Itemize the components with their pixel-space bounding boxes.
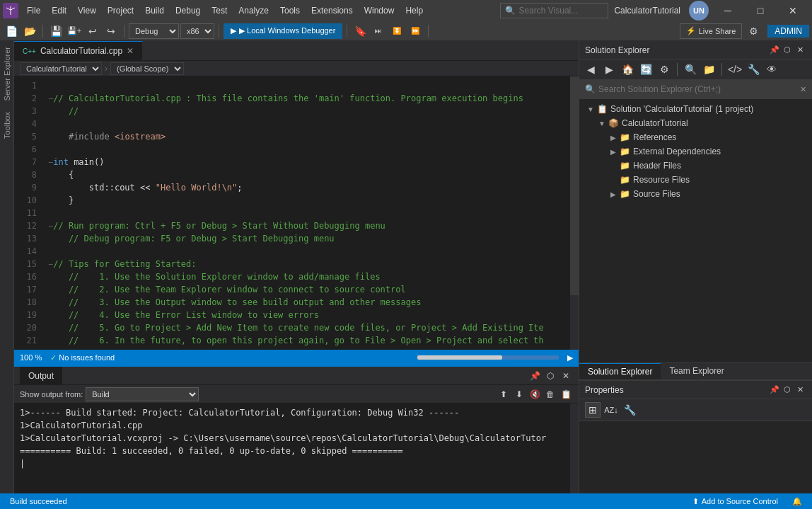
redo-btn[interactable]: ↪ [103,23,120,40]
notification-btn[interactable]: 🔔 [788,497,806,506]
se-preview-btn[interactable]: 👁 [763,61,780,78]
se-refresh-btn[interactable]: 🔄 [637,61,654,78]
se-tab-bar: Solution Explorer Team Explorer [579,362,812,380]
menu-project[interactable]: Project [102,3,139,18]
output-source-select[interactable]: Build [86,387,199,401]
se-back-btn[interactable]: ◀ [582,61,599,78]
project-label: CalculatorTutorial [622,118,688,128]
editor-scrollbar[interactable] [570,76,579,350]
se-search-clear[interactable]: ✕ [800,85,806,94]
se-code-btn[interactable]: </> [726,61,743,78]
solution-label: Solution 'CalculatorTutorial' (1 project… [610,104,753,114]
play-button[interactable]: ▶ ▶ Local Windows Debugger [224,23,342,39]
toolbar-sep-5 [428,25,429,38]
sidebar-tab-server-explorer[interactable]: Server Explorer [0,41,13,106]
se-forward-btn[interactable]: ▶ [601,61,617,78]
se-collapse-btn[interactable]: 📁 [700,61,717,78]
tree-references[interactable]: ▶ 📁 References [579,130,812,144]
output-tab[interactable]: Output [20,367,62,385]
tree-source-files[interactable]: ▶ 📁 Source Files [579,187,812,201]
tree-header-files[interactable]: ▶ 📁 Header Files [579,159,812,173]
output-toolbar-btn-4[interactable]: 🗑 [543,387,557,401]
project-icon: 📦 [608,118,619,129]
search-input[interactable] [518,6,603,16]
new-project-btn[interactable]: 📄 [3,23,20,40]
scope-selector[interactable]: (Global Scope) [110,62,184,75]
se-float-btn[interactable]: ⬡ [781,44,794,57]
output-toolbar-btn-1[interactable]: ⬆ [497,387,511,401]
menu-file[interactable]: File [21,3,46,18]
tree-external-deps[interactable]: ▶ 📁 External Dependencies [579,144,812,159]
config-select[interactable]: Debug Release [129,23,179,39]
menu-analyze[interactable]: Analyze [233,3,274,18]
menu-tools[interactable]: Tools [274,3,306,18]
save-btn[interactable]: 💾 [47,23,64,40]
menu-help[interactable]: Help [400,3,429,18]
code-content[interactable]: −// CalculatorTutorial.cpp : This file c… [42,76,570,350]
show-output-label: Show output from: [20,390,83,399]
left-sidebar: Server Explorer Toolbox [0,41,14,493]
menu-window[interactable]: Window [359,3,400,18]
close-button[interactable]: ✕ [777,0,809,21]
menu-build[interactable]: Build [139,3,170,18]
output-toolbar-btn-3[interactable]: 🔇 [528,387,542,401]
tree-solution[interactable]: ▼ 📋 Solution 'CalculatorTutorial' (1 pro… [579,102,812,116]
zoom-level[interactable]: 100 % [20,353,42,362]
se-settings-btn[interactable]: ⚙ [656,61,673,78]
maximize-button[interactable]: □ [744,0,777,21]
platform-select[interactable]: x86 x64 [180,23,214,39]
breadcrumb-bar: CalculatorTutorial › (Global Scope) [14,61,579,76]
admin-button[interactable]: ADMIN [767,25,809,38]
se-tab-team-explorer[interactable]: Team Explorer [661,363,732,379]
live-share-button[interactable]: ⚡ Live Share [680,23,743,39]
bookmark-btn[interactable]: 🔖 [352,23,369,40]
toolbar-sep-4 [347,25,347,38]
ext-deps-label: External Dependencies [633,147,721,156]
se-pin-btn[interactable]: 📌 [768,44,781,57]
se-filter-btn[interactable]: 🔍 [682,61,699,78]
file-selector[interactable]: CalculatorTutorial [20,62,102,75]
source-control-icon: ⬆ [692,497,699,506]
props-float-btn[interactable]: ⬡ [781,384,794,396]
undo-btn[interactable]: ↩ [84,23,101,40]
tree-project[interactable]: ▼ 📦 CalculatorTutorial [579,116,812,130]
settings-btn[interactable]: ⚙ [745,23,762,40]
output-scrollbar[interactable] [570,404,579,493]
debug-btn-2[interactable]: ⏬ [388,23,405,40]
sidebar-tab-toolbox[interactable]: Toolbox [0,106,13,144]
source-control-btn[interactable]: ⬆ Add to Source Control [688,497,782,506]
output-content[interactable]: 1>------ Build started: Project: Calcula… [14,404,579,493]
scroll-right-btn[interactable]: ▶ [567,353,573,362]
props-categorized-btn[interactable]: ⊞ [585,402,601,418]
se-search-input[interactable] [598,81,800,97]
se-tab-solution-explorer[interactable]: Solution Explorer [579,363,661,379]
open-btn[interactable]: 📂 [21,23,38,40]
menu-edit[interactable]: Edit [46,3,72,18]
menu-debug[interactable]: Debug [170,3,206,18]
output-toolbar-btn-2[interactable]: ⬇ [512,387,526,401]
editor-tab-main[interactable]: C++ CalculatorTutorial.cpp ✕ [14,41,143,61]
panel-float-btn[interactable]: ⬡ [543,369,557,383]
se-close-btn[interactable]: ✕ [794,44,806,57]
menu-view[interactable]: View [72,3,102,18]
bottom-panel: Output 📌 ⬡ ✕ Show output from: Build ⬆ ⬇… [14,365,579,493]
panel-close-btn[interactable]: ✕ [559,369,573,383]
toolbar-sep-1 [42,25,43,38]
save-all-btn[interactable]: 💾+ [66,23,83,40]
props-close-btn[interactable]: ✕ [794,384,806,396]
minimize-button[interactable]: ─ [712,0,744,21]
editor-statusbar: 100 % ✓ No issues found ▶ [14,350,579,365]
panel-pin-btn[interactable]: 📌 [528,369,542,383]
menu-test[interactable]: Test [206,3,233,18]
props-alpha-btn[interactable]: AZ↓ [603,402,619,418]
menu-extensions[interactable]: Extensions [306,3,359,18]
output-toolbar-btn-5[interactable]: 📋 [559,387,573,401]
tree-resource-files[interactable]: ▶ 📁 Resource Files [579,173,812,187]
tab-close-btn[interactable]: ✕ [127,46,134,56]
debug-btn-3[interactable]: ⏩ [407,23,424,40]
props-pages-btn[interactable]: 🔧 [622,402,637,418]
se-home-btn[interactable]: 🏠 [619,61,636,78]
se-prop-btn[interactable]: 🔧 [745,61,762,78]
props-pin-btn[interactable]: 📌 [768,384,781,396]
debug-btn-1[interactable]: ⏭ [370,23,387,40]
